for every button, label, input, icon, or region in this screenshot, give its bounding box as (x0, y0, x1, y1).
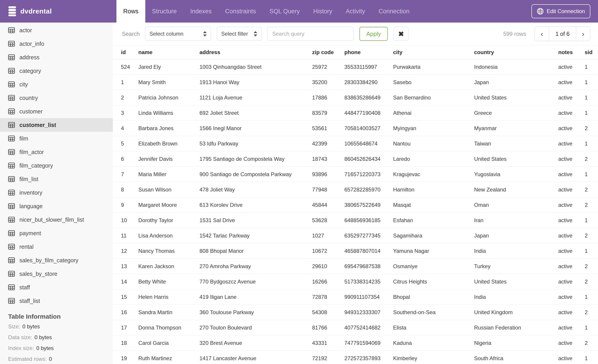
sidebar-item-inventory[interactable]: inventory (0, 186, 113, 199)
cell-id[interactable]: 14 (113, 274, 138, 289)
cell-name[interactable]: Barbara Jones (138, 121, 199, 136)
cell-country[interactable]: Iran (474, 213, 558, 228)
cell-zip-code[interactable]: 10672 (312, 243, 344, 259)
cell-name[interactable]: Maria Miller (138, 167, 199, 182)
tab-connection[interactable]: Connection (372, 0, 416, 23)
column-header-phone[interactable]: phone (344, 45, 393, 59)
cell-phone[interactable]: 28303384290 (344, 75, 393, 90)
cell-phone[interactable]: 380657522649 (344, 197, 393, 213)
cell-name[interactable]: Dorothy Taylor (138, 213, 199, 228)
cell-notes[interactable]: active (558, 351, 585, 364)
tab-constraints[interactable]: Constraints (218, 0, 263, 23)
cell-zip-code[interactable]: 35200 (312, 75, 344, 90)
cell-notes[interactable]: active (558, 136, 585, 151)
cell-notes[interactable]: active (558, 105, 585, 121)
cell-address[interactable]: 900 Santiago de Compostela Parkway (199, 167, 312, 182)
cell-sid[interactable]: 2 (585, 335, 598, 351)
cell-address[interactable]: 808 Bhopal Manor (199, 243, 312, 259)
apply-button[interactable]: Apply (359, 27, 388, 41)
cell-name[interactable]: Donna Thompson (138, 320, 199, 335)
cell-notes[interactable]: active (558, 259, 585, 274)
cell-notes[interactable]: active (558, 228, 585, 243)
cell-address[interactable]: 419 Iligan Lane (199, 289, 312, 305)
cell-city[interactable]: Southend-on-Sea (393, 305, 474, 320)
cell-city[interactable]: Osmaniye (393, 259, 474, 274)
sidebar-item-category[interactable]: category (0, 64, 113, 78)
cell-phone[interactable]: 747791594069 (344, 335, 393, 351)
cell-notes[interactable]: active (558, 167, 585, 182)
cell-notes[interactable]: active (558, 213, 585, 228)
cell-sid[interactable]: 1 (585, 167, 598, 182)
cell-sid[interactable]: 2 (585, 151, 598, 167)
sidebar-item-sales_by_store[interactable]: sales_by_store (0, 267, 113, 281)
cell-city[interactable]: Masqat (393, 197, 474, 213)
cell-sid[interactable]: 1 (585, 105, 598, 121)
cell-id[interactable]: 10 (113, 213, 138, 228)
next-page-button[interactable]: › (576, 27, 590, 41)
cell-zip-code[interactable]: 54308 (312, 305, 344, 320)
sidebar-item-payment[interactable]: payment (0, 226, 113, 240)
cell-name[interactable]: Nancy Thomas (138, 243, 199, 259)
cell-city[interactable]: Yamuna Nagar (393, 243, 474, 259)
cell-country[interactable]: Oman (474, 197, 558, 213)
column-header-notes[interactable]: notes (558, 45, 585, 59)
cell-country[interactable]: Taiwan (474, 136, 558, 151)
cell-address[interactable]: 1542 Tarlac Parkway (199, 228, 312, 243)
cell-zip-code[interactable]: 93896 (312, 167, 344, 182)
edit-connection-button[interactable]: Edit Connection (532, 4, 590, 18)
cell-name[interactable]: Ruth Martinez (138, 351, 199, 364)
cell-name[interactable]: Patricia Johnson (138, 90, 199, 105)
cell-id[interactable]: 3 (113, 105, 138, 121)
sidebar-item-country[interactable]: country (0, 91, 113, 105)
cell-phone[interactable]: 635297277345 (344, 228, 393, 243)
sidebar-item-customer_list[interactable]: customer_list (0, 118, 113, 132)
cell-id[interactable]: 15 (113, 289, 138, 305)
column-header-country[interactable]: country (474, 45, 558, 59)
cell-name[interactable]: Linda Williams (138, 105, 199, 121)
cell-notes[interactable]: active (558, 151, 585, 167)
cell-notes[interactable]: active (558, 289, 585, 305)
cell-country[interactable]: South Africa (474, 351, 558, 364)
sidebar-item-address[interactable]: address (0, 50, 113, 64)
cell-id[interactable]: 9 (113, 197, 138, 213)
cell-address[interactable]: 692 Joliet Street (199, 105, 312, 121)
cell-sid[interactable]: 1 (585, 75, 598, 90)
cell-phone[interactable]: 648856936185 (344, 213, 393, 228)
cell-zip-code[interactable]: 45844 (312, 197, 344, 213)
cell-country[interactable]: Myanmar (474, 121, 558, 136)
sidebar-item-film[interactable]: film (0, 132, 113, 145)
cell-sid[interactable]: 2 (585, 197, 598, 213)
cell-id[interactable]: 11 (113, 228, 138, 243)
cell-city[interactable]: Elista (393, 320, 474, 335)
cell-phone[interactable]: 860452626434 (344, 151, 393, 167)
cell-name[interactable]: Helen Harris (138, 289, 199, 305)
cell-city[interactable]: Kragujevac (393, 167, 474, 182)
cell-country[interactable]: Japan (474, 75, 558, 90)
cell-country[interactable]: Russian Federation (474, 320, 558, 335)
sidebar-item-rental[interactable]: rental (0, 240, 113, 253)
clear-search-button[interactable]: ✖ (394, 27, 408, 41)
cell-zip-code[interactable]: 72192 (312, 351, 344, 364)
cell-notes[interactable]: active (558, 197, 585, 213)
cell-sid[interactable]: 2 (585, 305, 598, 320)
cell-phone[interactable]: 657282285970 (344, 182, 393, 197)
cell-country[interactable]: Turkey (474, 259, 558, 274)
cell-city[interactable]: Laredo (393, 151, 474, 167)
cell-phone[interactable]: 10655648674 (344, 136, 393, 151)
tab-activity[interactable]: Activity (339, 0, 372, 23)
cell-zip-code[interactable]: 18743 (312, 151, 344, 167)
cell-phone[interactable]: 990911107354 (344, 289, 393, 305)
sidebar-item-customer[interactable]: customer (0, 105, 113, 118)
sidebar-item-film_actor[interactable]: film_actor (0, 145, 113, 159)
cell-address[interactable]: 770 Bydgoszcz Avenue (199, 274, 312, 289)
sidebar-item-nicer_but_slower_film_list[interactable]: nicer_but_slower_film_list (0, 213, 113, 226)
cell-name[interactable]: Betty White (138, 274, 199, 289)
cell-phone[interactable]: 35533115997 (344, 59, 393, 75)
sidebar-item-actor_info[interactable]: actor_info (0, 37, 113, 50)
cell-name[interactable]: Sandra Martin (138, 305, 199, 320)
cell-sid[interactable]: 2 (585, 259, 598, 274)
cell-name[interactable]: Carol Garcia (138, 335, 199, 351)
cell-name[interactable]: Lisa Anderson (138, 228, 199, 243)
cell-sid[interactable]: 1 (585, 136, 598, 151)
cell-phone[interactable]: 465887807014 (344, 243, 393, 259)
